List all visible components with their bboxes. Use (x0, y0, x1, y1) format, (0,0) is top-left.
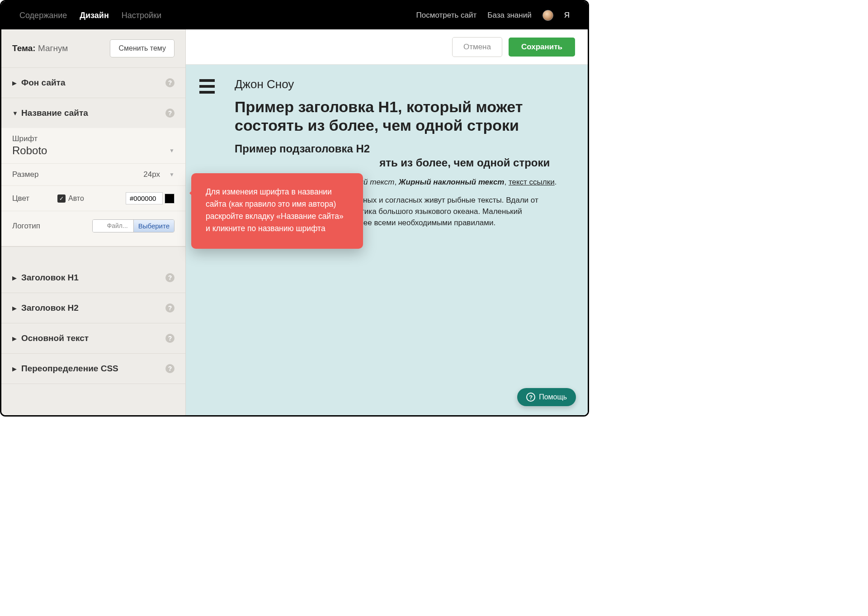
nav-settings[interactable]: Настройки (122, 11, 161, 20)
save-button[interactable]: Сохранить (509, 38, 575, 57)
hint-tooltip: Для изменеия шрифта в названии сайта (ка… (191, 173, 363, 249)
help-icon[interactable]: ? (165, 334, 175, 343)
caret-down-icon: ▼ (12, 110, 18, 117)
preview-h1: Пример заголовка H1, который может состо… (235, 98, 574, 135)
help-fab-button[interactable]: ? Помощь (517, 388, 576, 406)
help-icon[interactable]: ? (165, 78, 175, 87)
section-css-override[interactable]: ▶ Переопределение CSS ? (1, 354, 185, 384)
preview-site-name: Джон Сноу (235, 77, 574, 91)
caret-right-icon: ▶ (12, 80, 18, 86)
user-letter: Я (564, 11, 570, 20)
font-select[interactable]: Roboto ▼ (1, 144, 185, 164)
color-label: Цвет (12, 194, 57, 203)
section-h2[interactable]: ▶ Заголовок H2 ? (1, 293, 185, 323)
logo-label: Логотип (12, 222, 92, 231)
help-icon[interactable]: ? (165, 109, 175, 118)
section-h1[interactable]: ▶ Заголовок H1 ? (1, 263, 185, 293)
file-choose-button[interactable]: Выберите (133, 220, 174, 232)
theme-label: Тема: Магнум (12, 43, 68, 53)
color-swatch[interactable] (165, 194, 175, 204)
preview-h2: Пример подзаголовка H2 XXXXXXXXXXXXXXXXX… (235, 142, 574, 170)
change-theme-button[interactable]: Сменить тему (110, 39, 175, 57)
color-input[interactable] (126, 192, 163, 204)
nav-design[interactable]: Дизайн (80, 11, 109, 20)
avatar[interactable] (542, 10, 553, 21)
file-name-display: Файл... (93, 220, 133, 232)
caret-right-icon: ▶ (12, 275, 18, 281)
question-icon: ? (526, 393, 535, 402)
nav-knowledge-base[interactable]: База знаний (487, 11, 531, 20)
font-label: Шрифт (1, 128, 185, 144)
section-body-text[interactable]: ▶ Основной текст ? (1, 323, 185, 353)
nav-content[interactable]: Содержание (19, 11, 67, 20)
chevron-down-icon: ▼ (169, 171, 175, 178)
caret-right-icon: ▶ (12, 335, 18, 342)
help-icon[interactable]: ? (165, 303, 175, 313)
auto-checkbox[interactable]: ✓ Авто (57, 194, 84, 203)
sidebar: Тема: Магнум Сменить тему ▶ Фон сайта ? … (1, 29, 186, 415)
caret-right-icon: ▶ (12, 305, 18, 312)
help-icon[interactable]: ? (165, 273, 175, 282)
help-icon[interactable]: ? (165, 364, 175, 373)
size-select[interactable]: Размер 24px ▼ (1, 164, 185, 186)
nav-view-site[interactable]: Посмотреть сайт (416, 11, 477, 20)
section-site-name[interactable]: ▼ Название сайта ? (1, 98, 185, 128)
cancel-button[interactable]: Отмена (452, 37, 502, 57)
caret-right-icon: ▶ (12, 365, 18, 372)
chevron-down-icon: ▼ (169, 147, 175, 154)
check-icon: ✓ (57, 194, 66, 203)
section-site-background[interactable]: ▶ Фон сайта ? (1, 68, 185, 98)
top-navbar: Содержание Дизайн Настройки Посмотреть с… (1, 1, 588, 29)
